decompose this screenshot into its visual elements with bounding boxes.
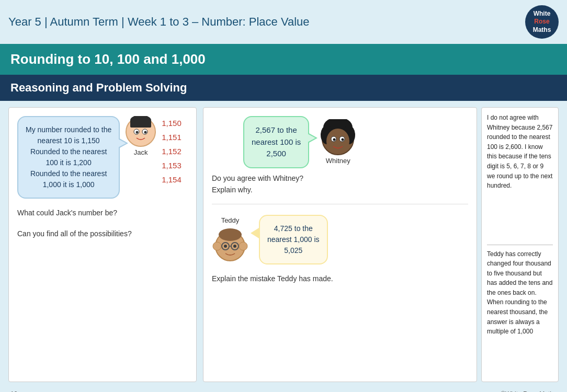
svg-point-11 xyxy=(326,129,349,154)
whitney-face-icon xyxy=(320,119,356,156)
logo-rose: Rose xyxy=(534,18,549,26)
middle-divider xyxy=(212,204,468,204)
jack-numbers: 1,150 1,151 1,152 1,153 1,154 xyxy=(162,116,182,187)
number-1150: 1,150 xyxy=(162,116,182,130)
svg-point-17 xyxy=(219,228,242,241)
teddy-bubble: 4,725 to thenearest 1,000 is5,025 xyxy=(259,215,328,264)
middle-panel: 2,567 to thenearest 100 is2,500 xyxy=(203,107,477,382)
header: Year 5 | Autumn Term | Week 1 to 3 – Num… xyxy=(0,0,567,44)
whitney-question: Do you agree with Whitney?Explain why. xyxy=(212,172,468,196)
whitney-section: 2,567 to thenearest 100 is2,500 xyxy=(212,116,468,168)
svg-rect-2 xyxy=(130,120,151,128)
svg-point-5 xyxy=(136,131,139,134)
jack-question2: Can you find all of the possibilities? xyxy=(17,228,188,239)
header-title: Year 5 | Autumn Term | Week 1 to 3 – Num… xyxy=(8,15,310,29)
logo-maths: Maths xyxy=(533,26,551,34)
teddy-label: Teddy xyxy=(221,216,240,224)
subtitle-bar: Reasoning and Problem Solving xyxy=(0,75,567,101)
teddy-face-icon xyxy=(212,226,248,263)
svg-point-14 xyxy=(333,139,336,141)
jack-label: Jack xyxy=(134,148,148,156)
left-panel: My number rounded to thenearest 10 is 1,… xyxy=(8,107,197,382)
jack-face-icon xyxy=(125,116,156,147)
content-area: My number rounded to thenearest 10 is 1,… xyxy=(0,101,567,388)
teddy-bubble-wrapper: 4,725 to thenearest 1,000 is5,025 xyxy=(259,215,328,264)
svg-point-6 xyxy=(144,131,147,134)
title-bar: Rounding to 10, 100 and 1,000 xyxy=(0,44,567,75)
right-panel: 2,567 to thenearest 100 is2,500 xyxy=(203,107,559,382)
jack-bubble-text: My number rounded to thenearest 10 is 1,… xyxy=(26,125,111,189)
page-footer: 10 ©White Rose Maths xyxy=(0,388,567,392)
teddy-section: Teddy xyxy=(212,215,468,264)
svg-point-19 xyxy=(239,242,247,250)
whitney-character-group: Whitney xyxy=(320,119,356,165)
number-1151: 1,151 xyxy=(162,130,182,144)
teddy-bubble-text: 4,725 to thenearest 1,000 is5,025 xyxy=(267,224,320,255)
logo-white: White xyxy=(534,10,551,18)
whitney-label: Whitney xyxy=(326,157,350,165)
teddy-question: Explain the mistake Teddy has made. xyxy=(212,273,468,284)
whitney-bubble-text: 2,567 to thenearest 100 is2,500 xyxy=(252,125,301,158)
svg-point-15 xyxy=(342,139,344,141)
svg-point-18 xyxy=(213,242,221,250)
answer-panel: I do not agree with Whitney because 2,56… xyxy=(481,107,559,382)
svg-point-23 xyxy=(224,245,227,248)
subtitle: Reasoning and Problem Solving xyxy=(10,81,557,95)
left-top: My number rounded to thenearest 10 is 1,… xyxy=(17,116,188,199)
number-1153: 1,153 xyxy=(162,158,182,172)
whitney-bubble: 2,567 to thenearest 100 is2,500 xyxy=(243,116,309,168)
teddy-answer: Teddy has correctly changed four thousan… xyxy=(487,245,553,377)
jack-character-group: Jack xyxy=(125,116,156,156)
jack-speech-bubble: My number rounded to thenearest 10 is 1,… xyxy=(17,116,120,199)
number-1152: 1,152 xyxy=(162,144,182,158)
svg-point-24 xyxy=(233,245,236,248)
number-1154: 1,154 xyxy=(162,172,182,187)
whitney-answer: I do not agree with Whitney because 2,56… xyxy=(487,113,553,245)
main-title: Rounding to 10, 100 and 1,000 xyxy=(10,51,557,67)
logo: White Rose Maths xyxy=(525,5,559,39)
jack-question1: What could Jack's number be? xyxy=(17,207,188,218)
teddy-character-group: Teddy xyxy=(212,216,248,263)
